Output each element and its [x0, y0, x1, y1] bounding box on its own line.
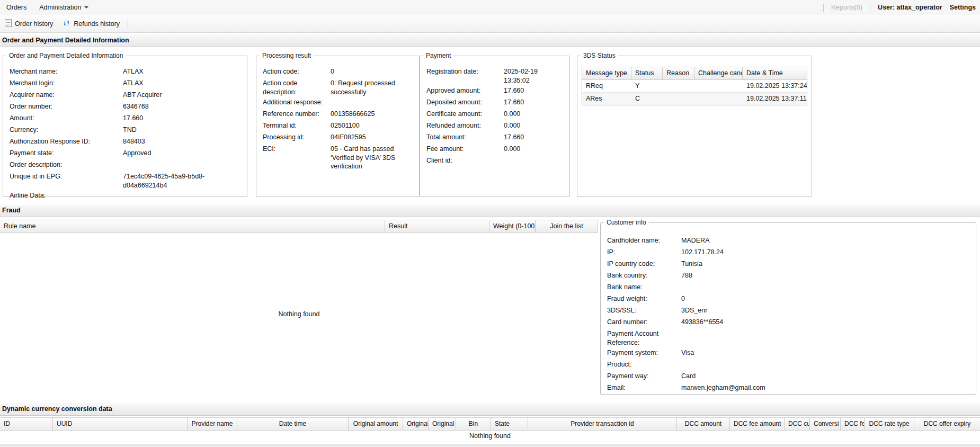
customer-info-fieldset: Customer info Cardholder name: MADERA IP… [600, 219, 976, 395]
field-row: Order description: [3, 159, 247, 171]
field-row: Email: marwen.jegham@gmail.com [601, 382, 976, 394]
field-row: Fraud weight: 0 [601, 293, 976, 305]
toolbar: Order history Refunds history [0, 15, 980, 33]
field-value: TND [123, 126, 240, 135]
column-header[interactable]: Provider transaction id [528, 418, 677, 430]
cell-message-type: RReq [582, 80, 631, 92]
column-header[interactable]: DCC fee amount [730, 418, 785, 430]
dcc-table-header: ID UUID Provider name Date time Original… [0, 417, 980, 431]
field-value: 0 [331, 67, 413, 76]
field-label: Authorization Response ID: [10, 137, 123, 146]
field-label: Action code description: [263, 79, 331, 96]
field-row: Additional response: [256, 96, 419, 108]
field-value: 6346768 [123, 102, 240, 111]
field-label: Airline Data: [10, 191, 123, 200]
field-value: 17.660 [504, 133, 563, 142]
field-label: Card number: [607, 318, 681, 327]
column-header[interactable]: Original c [429, 418, 456, 430]
field-label: Additional response: [263, 98, 331, 107]
cell-challenge-cancel [694, 80, 743, 92]
field-value: 0 [681, 294, 969, 303]
refunds-history-label: Refunds history [74, 20, 120, 28]
column-header[interactable]: Original f [403, 418, 429, 430]
field-row: Processing id: 04IF082595 [256, 131, 419, 143]
cell-reason [663, 93, 694, 105]
order-history-button[interactable]: Order history [0, 17, 58, 30]
section-header-fraud: Fraud [0, 204, 980, 217]
cell-date-time: 19.02.2025 13:37:24 [743, 80, 807, 92]
field-row: 3DS/SSL: 3DS_enr [601, 305, 976, 316]
fraud-table-body: Nothing found [0, 234, 598, 395]
bottom-strip [0, 444, 980, 447]
field-row: Product: [601, 359, 976, 370]
settings-link[interactable]: Settings [950, 4, 976, 11]
column-header[interactable]: Provider name [188, 418, 237, 430]
column-header[interactable]: DCC rate type [865, 418, 914, 430]
field-row: Bank name: [601, 281, 976, 293]
field-row: Payment state: Approved [3, 147, 247, 159]
menubar-separator [870, 4, 870, 12]
column-header[interactable]: Original amount [349, 418, 403, 430]
field-row: Approved amount: 17.660 [420, 85, 569, 96]
threeds-table-header: Message type Status Reason Challenge can… [582, 67, 807, 80]
customer-info-legend: Customer info [604, 219, 649, 226]
refresh-icon [63, 19, 70, 29]
column-header[interactable]: ID [0, 418, 53, 430]
field-value: marwen.jegham@gmail.com [681, 383, 969, 392]
column-header[interactable]: DCC offer expiry [914, 418, 980, 430]
fraud-table-header: Rule name Result Weight (0-100) Join the… [0, 220, 598, 233]
column-header[interactable]: Conversi [810, 418, 841, 430]
menu-item-administration[interactable]: Administration [33, 0, 95, 15]
refunds-history-button[interactable]: Refunds history [58, 17, 124, 30]
field-label: Product: [607, 360, 681, 369]
menu-item-orders[interactable]: Orders [0, 0, 33, 15]
field-label: Deposited amount: [426, 98, 504, 107]
field-value: Approved [123, 149, 240, 158]
field-row: Payment system: Visa [601, 347, 976, 359]
threeds-status-legend: 3DS Status [581, 52, 618, 59]
field-label: Merchant name: [10, 67, 123, 76]
cell-status: Y [631, 80, 663, 92]
payment-fieldset: Payment Registration date: 2025-02-19 13… [420, 52, 570, 197]
field-label: Payment system: [607, 348, 681, 357]
field-value: 17.660 [123, 114, 240, 123]
table-row: ARes C 19.02.2025 13:37:11 [582, 93, 807, 105]
threeds-table-body: RReq Y 19.02.2025 13:37:24 ARes C 19.02.… [582, 80, 807, 105]
chevron-down-icon [84, 6, 88, 8]
field-value: Visa [681, 348, 969, 357]
field-row: Fee amount: 0.000 [420, 143, 569, 155]
order-details-legend: Order and Payment Detailed Information [6, 52, 126, 59]
field-row: Unique id in EPG: 71ec4c09-4625-45a9-b5d… [3, 171, 247, 190]
field-value: 04IF082595 [331, 133, 413, 142]
field-row: Action code description: 0: Request proc… [256, 77, 419, 96]
field-label: Registration date: [426, 67, 504, 76]
column-header[interactable]: Bin [456, 418, 491, 430]
fraud-empty-message: Nothing found [279, 310, 320, 318]
column-header[interactable]: State [491, 418, 528, 430]
field-row: Terminal id: 02501100 [256, 120, 419, 131]
field-row: Bank country: 788 [601, 270, 976, 281]
field-label: Fraud weight: [607, 294, 681, 303]
field-row: Payment way: Card [601, 370, 976, 382]
column-header[interactable]: Result [385, 220, 489, 233]
column-header[interactable]: UUID [53, 418, 188, 430]
column-header[interactable]: Join the list [536, 220, 598, 233]
field-label: Bank name: [607, 283, 681, 292]
column-header[interactable]: Weight (0-100) [489, 220, 536, 233]
menu-bar: Orders Administration Reports(0) User: a… [0, 0, 980, 15]
column-header[interactable]: Rule name [0, 220, 385, 233]
column-header[interactable]: DCC amount [677, 418, 730, 430]
field-row: Currency: TND [3, 124, 247, 136]
column-header[interactable]: Date time [237, 418, 349, 430]
order-history-label: Order history [15, 20, 53, 28]
column-header: Challenge cancel [694, 67, 743, 79]
column-header[interactable]: DCC curr [785, 418, 810, 430]
menubar-separator [823, 4, 824, 12]
reports-label: Reports(0) [831, 4, 862, 11]
field-value: Tunisia [681, 260, 969, 269]
field-row: Total amount: 17.660 [420, 131, 569, 143]
field-value: 17.660 [504, 86, 563, 95]
field-row: Amount: 17.660 [3, 112, 247, 124]
table-row: RReq Y 19.02.2025 13:37:24 [582, 80, 807, 93]
column-header[interactable]: DCC fee [841, 418, 865, 430]
